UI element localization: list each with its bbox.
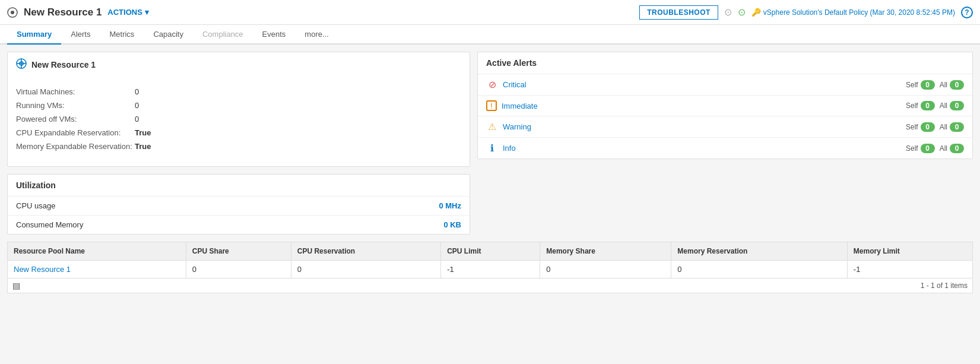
cell-cpu-limit: -1 [441, 261, 540, 278]
troubleshoot-button[interactable]: TROUBLESHOOT [639, 5, 718, 20]
info-self-label: Self [906, 144, 918, 153]
critical-self-group: Self 0 [906, 80, 935, 90]
resource-link[interactable]: New Resource 1 [14, 265, 71, 274]
tab-summary[interactable]: Summary [7, 25, 61, 45]
memory-expandable-value: True [135, 141, 253, 152]
tab-more[interactable]: more... [295, 25, 338, 45]
cell-memory-reservation: 0 [671, 261, 847, 278]
critical-self-badge: 0 [921, 80, 935, 90]
tab-capacity[interactable]: Capacity [144, 25, 193, 45]
table-row: New Resource 1 0 0 -1 0 0 -1 [8, 261, 973, 278]
info-badges: Self 0 All 0 [906, 144, 964, 153]
immediate-all-group: All 0 [940, 101, 964, 110]
util-cpu-row: CPU usage 0 MHz [8, 196, 470, 215]
header-right: TROUBLESHOOT ⊙ ⊙ 🔑 vSphere Solution's De… [639, 5, 973, 20]
cell-cpu-reservation: 0 [291, 261, 440, 278]
alert-row-critical: ⊘ Critical Self 0 All 0 [478, 74, 972, 95]
resource-card: New Resource 1 Virtual Machines: 0 Runni… [7, 52, 470, 167]
vms-value: 0 [135, 86, 253, 97]
immediate-label[interactable]: Immediate [502, 102, 901, 110]
critical-label[interactable]: Critical [503, 80, 901, 89]
util-cpu-value: 0 MHz [439, 201, 461, 210]
immediate-self-badge: 0 [921, 101, 935, 110]
col-cpu-limit: CPU Limit [441, 242, 540, 261]
running-vms-value: 0 [135, 100, 253, 111]
warning-all-group: All 0 [940, 122, 964, 132]
util-cpu-label: CPU usage [16, 201, 55, 210]
status-icon-1: ⊙ [724, 7, 732, 18]
header-left: New Resource 1 ACTIONS ▾ [7, 7, 149, 18]
info-self-badge: 0 [921, 144, 935, 153]
tab-alerts[interactable]: Alerts [61, 25, 100, 45]
main-content: New Resource 1 Virtual Machines: 0 Runni… [0, 45, 980, 242]
actions-label: ACTIONS [107, 8, 142, 17]
vms-label: Virtual Machines: [16, 86, 135, 97]
critical-self-label: Self [906, 81, 918, 89]
immediate-badges: Self 0 All 0 [906, 101, 964, 110]
table-footer-icon: ▤ [12, 281, 20, 290]
col-cpu-share: CPU Share [186, 242, 291, 261]
warning-badges: Self 0 All 0 [906, 122, 964, 132]
alert-row-immediate: ! Immediate Self 0 All 0 [478, 95, 972, 116]
header: New Resource 1 ACTIONS ▾ TROUBLESHOOT ⊙ … [0, 0, 980, 25]
resource-card-header: New Resource 1 [8, 52, 470, 77]
warning-self-badge: 0 [921, 122, 935, 132]
col-memory-reservation: Memory Reservation [671, 242, 847, 261]
warning-all-badge: 0 [950, 122, 964, 132]
immediate-self-label: Self [906, 102, 918, 110]
warning-icon: ⚠ [486, 121, 498, 132]
svg-point-1 [11, 11, 14, 14]
info-all-group: All 0 [940, 144, 964, 153]
critical-badges: Self 0 All 0 [906, 80, 964, 90]
resource-card-title: New Resource 1 [31, 60, 96, 69]
resource-pool-table: Resource Pool Name CPU Share CPU Reserva… [7, 242, 973, 278]
powered-off-value: 0 [135, 113, 253, 125]
immediate-icon: ! [486, 100, 497, 111]
help-icon[interactable]: ? [961, 7, 973, 18]
cpu-expandable-value: True [135, 127, 253, 138]
critical-all-label: All [940, 81, 947, 89]
active-alerts-card: Active Alerts ⊘ Critical Self 0 All 0 [477, 52, 973, 159]
col-cpu-reservation: CPU Reservation [291, 242, 440, 261]
utilization-card: Utilization CPU usage 0 MHz Consumed Mem… [7, 174, 470, 235]
utilization-title: Utilization [8, 175, 470, 196]
status-icon-2: ⊙ [738, 7, 746, 18]
alert-row-warning: ⚠ Warning Self 0 All 0 [478, 116, 972, 137]
cell-cpu-share: 0 [186, 261, 291, 278]
page-title: New Resource 1 [24, 7, 102, 18]
tab-metrics[interactable]: Metrics [100, 25, 144, 45]
col-memory-share: Memory Share [540, 242, 671, 261]
immediate-all-badge: 0 [950, 101, 964, 110]
critical-all-badge: 0 [950, 80, 964, 90]
alert-row-info: ℹ Info Self 0 All 0 [478, 137, 972, 159]
critical-all-group: All 0 [940, 80, 964, 90]
tab-compliance: Compliance [193, 25, 253, 45]
cell-memory-share: 0 [540, 261, 671, 278]
actions-chevron-icon: ▾ [145, 8, 149, 17]
cell-memory-limit: -1 [847, 261, 972, 278]
left-column: New Resource 1 Virtual Machines: 0 Runni… [7, 52, 470, 235]
immediate-all-label: All [940, 102, 947, 110]
warning-self-group: Self 0 [906, 122, 935, 132]
bottom-section: Resource Pool Name CPU Share CPU Reserva… [0, 242, 980, 298]
info-self-group: Self 0 [906, 144, 935, 153]
cpu-expandable-label: CPU Expandable Reservation: [16, 127, 135, 138]
util-memory-value: 0 KB [443, 220, 461, 229]
memory-expandable-label: Memory Expandable Reservation: [16, 141, 135, 152]
warning-all-label: All [940, 123, 947, 131]
warning-label[interactable]: Warning [503, 122, 901, 131]
resource-card-body: Virtual Machines: 0 Running VMs: 0 Power… [8, 77, 470, 166]
policy-badge: 🔑 vSphere Solution's Default Policy (Mar… [751, 8, 955, 17]
policy-text[interactable]: vSphere Solution's Default Policy (Mar 3… [763, 8, 955, 17]
actions-button[interactable]: ACTIONS ▾ [107, 8, 149, 17]
info-label[interactable]: Info [503, 144, 901, 153]
immediate-self-group: Self 0 [906, 101, 935, 110]
info-all-label: All [940, 144, 947, 153]
tab-events[interactable]: Events [253, 25, 296, 45]
powered-off-label: Powered off VMs: [16, 113, 135, 125]
table-footer: ▤ 1 - 1 of 1 items [7, 278, 973, 293]
info-all-badge: 0 [950, 144, 964, 153]
right-column: Active Alerts ⊘ Critical Self 0 All 0 [477, 52, 973, 235]
active-alerts-title: Active Alerts [478, 52, 972, 74]
policy-icon: 🔑 [751, 8, 761, 17]
